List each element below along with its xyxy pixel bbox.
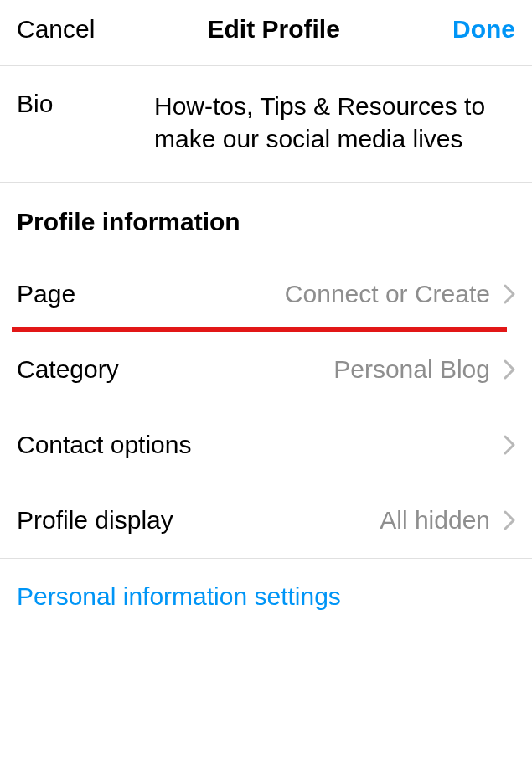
category-value: Personal Blog <box>333 355 490 384</box>
edit-profile-header: Cancel Edit Profile Done <box>0 0 532 66</box>
done-button[interactable]: Done <box>452 15 515 44</box>
bio-row[interactable]: Bio How-tos, Tips & Resources to make ou… <box>0 66 532 183</box>
personal-information-settings-link[interactable]: Personal information settings <box>0 559 532 634</box>
category-label: Category <box>17 355 333 384</box>
chevron-right-icon <box>504 435 515 455</box>
bio-value: How-tos, Tips & Resources to make our so… <box>154 90 515 155</box>
contact-options-row[interactable]: Contact options <box>0 407 532 483</box>
profile-information-header: Profile information <box>0 183 532 256</box>
profile-display-row[interactable]: Profile display All hidden <box>0 483 532 558</box>
page-title: Edit Profile <box>208 15 340 44</box>
category-row[interactable]: Category Personal Blog <box>0 332 532 407</box>
bio-label: Bio <box>17 90 154 118</box>
personal-information-settings-label: Personal information settings <box>17 582 341 610</box>
chevron-right-icon <box>504 284 515 304</box>
page-value: Connect or Create <box>285 280 490 308</box>
cancel-button[interactable]: Cancel <box>17 15 95 44</box>
chevron-right-icon <box>504 510 515 530</box>
contact-options-label: Contact options <box>17 431 490 459</box>
page-row[interactable]: Page Connect or Create <box>0 256 532 332</box>
chevron-right-icon <box>504 359 515 380</box>
profile-display-value: All hidden <box>380 506 490 535</box>
page-label: Page <box>17 280 285 308</box>
profile-display-label: Profile display <box>17 506 380 535</box>
